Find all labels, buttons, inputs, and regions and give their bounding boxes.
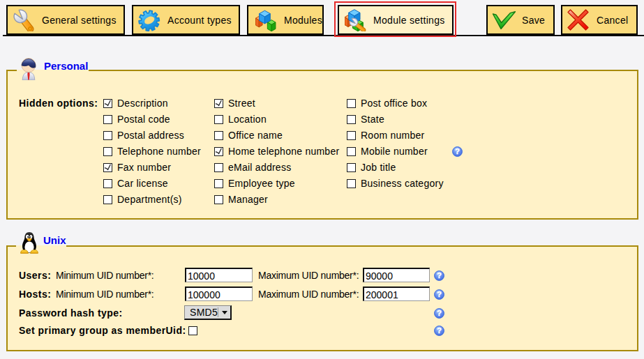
svg-text:?: ? — [437, 290, 442, 298]
svg-text:?: ? — [437, 271, 442, 280]
svg-text:?: ? — [437, 309, 442, 317]
svg-text:?: ? — [455, 147, 460, 155]
svg-text:?: ? — [437, 326, 442, 335]
